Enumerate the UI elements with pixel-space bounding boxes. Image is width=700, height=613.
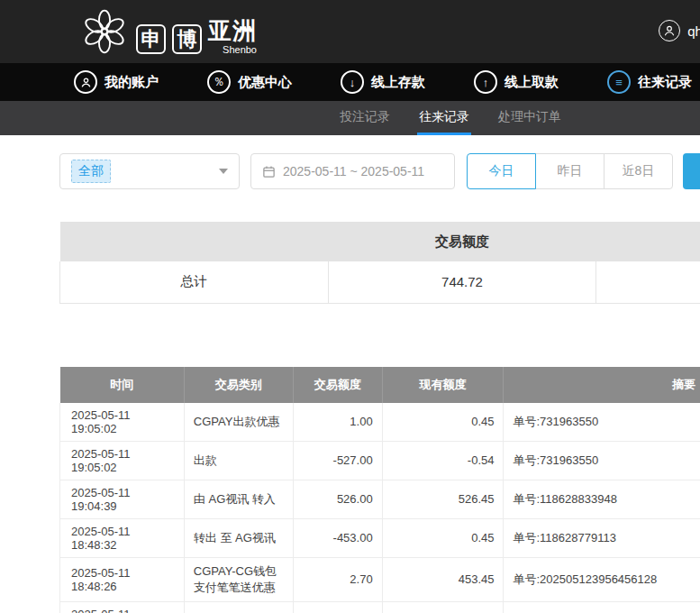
cell-balance: -0.54 [382, 441, 504, 480]
tab-betting-records[interactable]: 投注记录 [338, 101, 392, 135]
table-row: 2025-05-11 19:05:02 出款 -527.00 -0.54 单号:… [60, 441, 700, 480]
withdraw-icon: ↑ [474, 70, 497, 94]
cell-time: 2025-05-11 19:05:02 [60, 441, 185, 480]
cell-summary: 单号:118628833948 [504, 480, 700, 518]
cell-amount: 526.00 [293, 480, 382, 518]
nav-item-promotions[interactable]: ％ 优惠中心 [207, 70, 292, 94]
col-header-balance: 现有额度 [382, 367, 504, 403]
chevron-down-icon [219, 169, 228, 174]
sub-nav: 投注记录 往来记录 处理中订单 [0, 101, 700, 135]
nav-item-my-account[interactable]: 我的账户 [74, 70, 159, 94]
main-nav: 我的账户 ％ 优惠中心 ↓ 线上存款 ↑ 线上取款 ≡ 往来记录 [0, 63, 700, 101]
nav-label: 往来记录 [638, 74, 692, 91]
date-range-input[interactable]: 2025-05-11 ~ 2025-05-11 [250, 153, 455, 189]
cell-type: 转出 至 AG视讯 [184, 518, 293, 557]
table-row: 2025-05-11 19:05:02 CGPAY出款优惠 1.00 0.45 … [60, 403, 700, 442]
cell-amount: -527.00 [293, 441, 382, 480]
tab-processing-orders[interactable]: 处理中订单 [496, 101, 563, 135]
summary-header-amount: 交易额度 [328, 222, 596, 261]
nav-label: 线上取款 [505, 74, 559, 91]
nav-label: 我的账户 [105, 74, 159, 91]
cell-type: CGPAY出款优惠 [184, 403, 293, 442]
cell-type: 出款 [184, 441, 293, 480]
cell-time: 2025-05-11 19:05:02 [60, 403, 185, 442]
today-button[interactable]: 今日 [467, 153, 536, 189]
col-header-amount: 交易额度 [293, 367, 382, 403]
summary-total-label: 总计 [60, 261, 329, 303]
summary-total-value: 744.72 [328, 261, 596, 303]
calendar-icon [262, 165, 276, 178]
brand-char-2: 博 [172, 24, 202, 54]
type-select[interactable]: 全部 [59, 153, 240, 189]
records-icon: ≡ [607, 70, 631, 94]
nav-item-withdraw[interactable]: ↑ 线上取款 [474, 70, 559, 94]
brand-char-1: 申 [136, 24, 166, 54]
cell-summary: 单号:202505123956456128 [504, 601, 700, 613]
user-account[interactable]: qhhw [659, 20, 700, 41]
quick-range-group: 今日 昨日 近8日 [467, 153, 673, 189]
nav-item-deposit[interactable]: ↓ 线上存款 [341, 70, 425, 94]
yesterday-button[interactable]: 昨日 [535, 153, 605, 189]
tab-transaction-records[interactable]: 往来记录 [417, 101, 471, 135]
brand-subtitle: Shenbo [223, 44, 257, 55]
col-header-time: 时间 [60, 367, 185, 403]
summary-table: 交易额度 总计 744.72 [59, 222, 700, 304]
cell-balance: 0.45 [382, 403, 504, 442]
brand-suffix: 亚洲 [208, 19, 257, 42]
cell-type: 由 AG视讯 转入 [184, 480, 293, 518]
account-icon [74, 70, 97, 94]
table-row: 2025-05-11 18:48:26 CGPAY-CG钱包支付笔笔送优惠 2.… [60, 557, 700, 601]
top-header: 申 博 亚洲 Shenbo qhhw [0, 0, 700, 63]
user-avatar-icon [659, 20, 680, 41]
table-row: 2025-05-11 18:48:26 CGPAY支付 450.00 450.7… [60, 601, 700, 613]
nav-label: 线上存款 [371, 74, 425, 91]
cell-time: 2025-05-11 18:48:26 [60, 557, 185, 601]
records-table: 时间 交易类别 交易额度 现有额度 摘要 2025-05-11 19:05:02… [59, 367, 700, 613]
cell-time: 2025-05-11 18:48:26 [60, 601, 185, 613]
search-button[interactable] [683, 153, 700, 189]
cell-type: CGPAY支付 [184, 601, 293, 613]
cell-balance: 450.75 [382, 601, 504, 613]
cell-time: 2025-05-11 19:04:39 [60, 480, 185, 518]
cell-balance: 0.45 [382, 518, 504, 557]
summary-header-blank2 [596, 222, 700, 261]
nav-item-records[interactable]: ≡ 往来记录 [607, 70, 692, 94]
cell-amount: -453.00 [293, 518, 382, 557]
cell-amount: 450.00 [293, 601, 382, 613]
deposit-icon: ↓ [341, 70, 364, 94]
cell-amount: 2.70 [293, 557, 382, 601]
cell-summary: 单号:118628779113 [504, 518, 700, 557]
promotions-icon: ％ [207, 70, 231, 94]
table-row: 2025-05-11 19:04:39 由 AG视讯 转入 526.00 526… [60, 480, 700, 518]
brand-logo[interactable]: 申 博 亚洲 Shenbo [79, 6, 257, 57]
col-header-summary: 摘要 [504, 367, 700, 403]
cell-time: 2025-05-11 18:48:32 [60, 518, 185, 557]
cell-summary: 单号:202505123956456128 [504, 557, 700, 601]
cell-type: CGPAY-CG钱包支付笔笔送优惠 [184, 557, 293, 601]
cell-amount: 1.00 [293, 403, 382, 442]
table-row: 2025-05-11 18:48:32 转出 至 AG视讯 -453.00 0.… [60, 518, 700, 557]
summary-blank-cell [596, 261, 700, 303]
type-select-value: 全部 [71, 160, 111, 183]
summary-row: 总计 744.72 [60, 261, 700, 303]
last-8-days-button[interactable]: 近8日 [604, 153, 673, 189]
cell-balance: 453.45 [382, 557, 504, 601]
cell-summary: 单号:731963550 [504, 441, 700, 480]
records-header-row: 时间 交易类别 交易额度 现有额度 摘要 [60, 367, 700, 403]
username: qhhw [687, 23, 700, 39]
nav-label: 优惠中心 [238, 74, 292, 91]
flower-logo-icon [79, 6, 130, 57]
cell-balance: 526.45 [382, 480, 504, 518]
date-range-value: 2025-05-11 ~ 2025-05-11 [283, 164, 424, 178]
summary-header-blank [60, 222, 329, 261]
col-header-type: 交易类别 [184, 367, 293, 403]
cell-summary: 单号:731963550 [504, 403, 700, 442]
filter-bar: 全部 2025-05-11 ~ 2025-05-11 今日 昨日 近8日 [59, 153, 700, 189]
